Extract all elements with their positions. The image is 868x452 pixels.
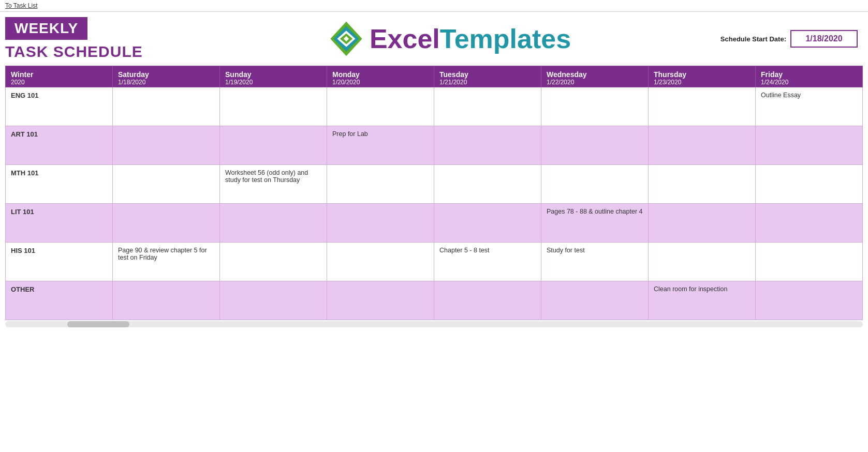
header-col-sunday: Sunday1/19/2020	[220, 66, 327, 87]
cell-thursday[interactable]	[649, 165, 756, 204]
horizontal-scrollbar[interactable]	[5, 321, 863, 327]
logo-diamond-icon	[328, 21, 364, 57]
cell-thursday[interactable]	[649, 204, 756, 243]
cell-wednesday[interactable]	[541, 165, 649, 204]
subject-cell[interactable]: ART 101	[6, 126, 113, 165]
cell-monday[interactable]	[327, 87, 434, 126]
logo: ExcelTemplates	[328, 21, 571, 57]
subject-cell[interactable]: ENG 101	[6, 87, 113, 126]
header-col-tuesday: Tuesday1/21/2020	[434, 66, 541, 87]
cell-sunday[interactable]	[220, 87, 327, 126]
table-row: HIS 101Page 90 & review chapter 5 for te…	[6, 243, 863, 281]
cell-saturday[interactable]	[113, 281, 220, 320]
logo-text: ExcelTemplates	[370, 25, 571, 52]
page-title: TASK SCHEDULE	[5, 43, 181, 61]
logo-excel: Excel	[370, 24, 440, 54]
cell-wednesday[interactable]: Study for test	[541, 243, 649, 281]
scrollbar-thumb[interactable]	[67, 321, 129, 327]
cell-tuesday[interactable]	[434, 126, 541, 165]
cell-tuesday[interactable]	[434, 204, 541, 243]
topbar: To Task List	[0, 0, 868, 12]
cell-friday[interactable]	[756, 204, 863, 243]
cell-friday[interactable]	[756, 126, 863, 165]
cell-saturday[interactable]	[113, 165, 220, 204]
cell-saturday[interactable]	[113, 204, 220, 243]
header-col-friday: Friday1/24/2020	[756, 66, 863, 87]
cell-sunday[interactable]	[220, 204, 327, 243]
title-block: WEEKLY TASK SCHEDULE	[5, 17, 181, 61]
cell-friday[interactable]: Outline Essay	[756, 87, 863, 126]
logo-templates: Templates	[440, 24, 571, 54]
cell-saturday[interactable]: Page 90 & review chapter 5 for test on F…	[113, 243, 220, 281]
table-row: MTH 101Worksheet 56 (odd only) and study…	[6, 165, 863, 204]
header-col-wednesday: Wednesday1/22/2020	[541, 66, 649, 87]
cell-thursday[interactable]	[649, 243, 756, 281]
header: WEEKLY TASK SCHEDULE ExcelTemplates	[0, 12, 868, 61]
subject-cell[interactable]: HIS 101	[6, 243, 113, 281]
cell-tuesday[interactable]	[434, 87, 541, 126]
header-row: Winter2020Saturday1/18/2020Sunday1/19/20…	[6, 66, 863, 87]
cell-friday[interactable]	[756, 243, 863, 281]
logo-area: ExcelTemplates	[181, 21, 718, 57]
table-body: ENG 101Outline EssayART 101Prep for LabM…	[6, 87, 863, 320]
cell-saturday[interactable]	[113, 126, 220, 165]
table-row: OTHERClean room for inspection	[6, 281, 863, 320]
weekly-badge: WEEKLY	[5, 17, 87, 40]
cell-tuesday[interactable]	[434, 165, 541, 204]
subject-cell[interactable]: OTHER	[6, 281, 113, 320]
schedule-date-block: Schedule Start Date: 1/18/2020	[718, 30, 863, 48]
cell-monday[interactable]	[327, 243, 434, 281]
cell-wednesday[interactable]	[541, 281, 649, 320]
cell-sunday[interactable]	[220, 243, 327, 281]
cell-wednesday[interactable]	[541, 126, 649, 165]
cell-monday[interactable]	[327, 281, 434, 320]
table-row: ART 101Prep for Lab	[6, 126, 863, 165]
cell-tuesday[interactable]: Chapter 5 - 8 test	[434, 243, 541, 281]
cell-sunday[interactable]	[220, 126, 327, 165]
cell-sunday[interactable]	[220, 281, 327, 320]
header-col-saturday: Saturday1/18/2020	[113, 66, 220, 87]
cell-sunday[interactable]: Worksheet 56 (odd only) and study for te…	[220, 165, 327, 204]
table-row: ENG 101Outline Essay	[6, 87, 863, 126]
schedule-date-label: Schedule Start Date:	[720, 35, 786, 43]
table-header: Winter2020Saturday1/18/2020Sunday1/19/20…	[6, 66, 863, 87]
cell-monday[interactable]: Prep for Lab	[327, 126, 434, 165]
header-col-monday: Monday1/20/2020	[327, 66, 434, 87]
cell-monday[interactable]	[327, 204, 434, 243]
subject-cell[interactable]: MTH 101	[6, 165, 113, 204]
cell-tuesday[interactable]	[434, 281, 541, 320]
table-row: LIT 101Pages 78 - 88 & outline chapter 4	[6, 204, 863, 243]
cell-saturday[interactable]	[113, 87, 220, 126]
cell-friday[interactable]	[756, 165, 863, 204]
cell-monday[interactable]	[327, 165, 434, 204]
task-list-link[interactable]: To Task List	[5, 2, 37, 9]
cell-thursday[interactable]: Clean room for inspection	[649, 281, 756, 320]
cell-friday[interactable]	[756, 281, 863, 320]
cell-thursday[interactable]	[649, 126, 756, 165]
schedule-table: Winter2020Saturday1/18/2020Sunday1/19/20…	[5, 66, 863, 320]
schedule-table-wrapper: Winter2020Saturday1/18/2020Sunday1/19/20…	[0, 61, 868, 320]
header-col-thursday: Thursday1/23/2020	[649, 66, 756, 87]
subject-cell[interactable]: LIT 101	[6, 204, 113, 243]
cell-wednesday[interactable]	[541, 87, 649, 126]
cell-thursday[interactable]	[649, 87, 756, 126]
header-col-subject: Winter2020	[6, 66, 113, 87]
cell-wednesday[interactable]: Pages 78 - 88 & outline chapter 4	[541, 204, 649, 243]
schedule-date-value[interactable]: 1/18/2020	[790, 30, 858, 48]
